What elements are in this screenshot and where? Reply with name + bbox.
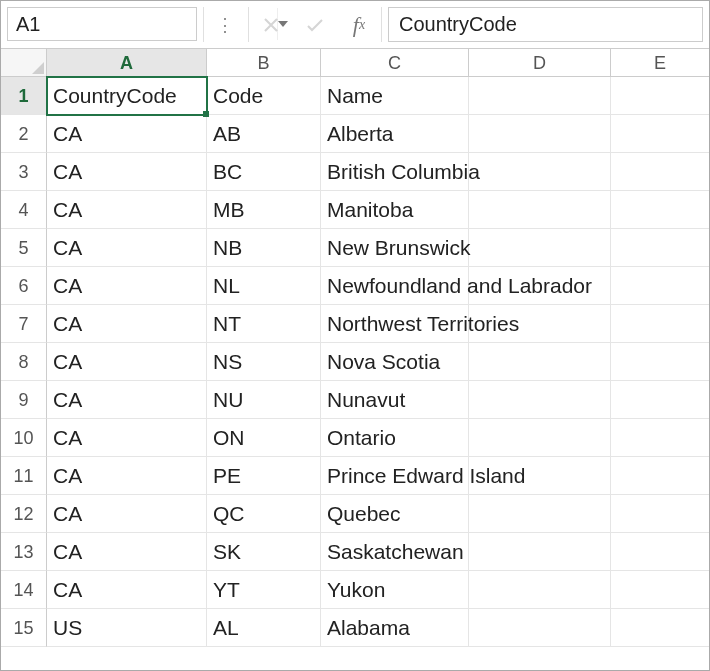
cell-B14[interactable]: YT bbox=[207, 571, 321, 609]
cell-C12[interactable]: Quebec bbox=[321, 495, 469, 533]
cell-E6[interactable] bbox=[611, 267, 709, 305]
cell-B9[interactable]: NU bbox=[207, 381, 321, 419]
row-header[interactable]: 4 bbox=[1, 191, 47, 229]
cell-D4[interactable] bbox=[469, 191, 611, 229]
cell-C15[interactable]: Alabama bbox=[321, 609, 469, 647]
cell-E7[interactable] bbox=[611, 305, 709, 343]
cell-B3[interactable]: BC bbox=[207, 153, 321, 191]
cell-A14[interactable]: CA bbox=[47, 571, 207, 609]
cell-E9[interactable] bbox=[611, 381, 709, 419]
cell-C2[interactable]: Alberta bbox=[321, 115, 469, 153]
cell-B12[interactable]: QC bbox=[207, 495, 321, 533]
cell-E5[interactable] bbox=[611, 229, 709, 267]
cell-E3[interactable] bbox=[611, 153, 709, 191]
cell-C3[interactable]: British Columbia bbox=[321, 153, 469, 191]
cell-E8[interactable] bbox=[611, 343, 709, 381]
cell-C11[interactable]: Prince Edward Island bbox=[321, 457, 469, 495]
row-header[interactable]: 2 bbox=[1, 115, 47, 153]
select-all-corner[interactable] bbox=[1, 49, 47, 77]
cell-D8[interactable] bbox=[469, 343, 611, 381]
row-header[interactable]: 15 bbox=[1, 609, 47, 647]
table-row: 11CAPEPrince Edward Island bbox=[1, 457, 709, 495]
cell-B7[interactable]: NT bbox=[207, 305, 321, 343]
cell-B11[interactable]: PE bbox=[207, 457, 321, 495]
cell-A3[interactable]: CA bbox=[47, 153, 207, 191]
cell-A13[interactable]: CA bbox=[47, 533, 207, 571]
cell-E4[interactable] bbox=[611, 191, 709, 229]
cell-D1[interactable] bbox=[469, 77, 611, 115]
row-header[interactable]: 10 bbox=[1, 419, 47, 457]
formula-input-wrap[interactable] bbox=[388, 7, 703, 42]
cell-B4[interactable]: MB bbox=[207, 191, 321, 229]
cell-C1[interactable]: Name bbox=[321, 77, 469, 115]
table-row: 1CountryCodeCodeName bbox=[1, 77, 709, 115]
cell-A15[interactable]: US bbox=[47, 609, 207, 647]
row-header[interactable]: 3 bbox=[1, 153, 47, 191]
cell-C8[interactable]: Nova Scotia bbox=[321, 343, 469, 381]
cell-B1[interactable]: Code bbox=[207, 77, 321, 115]
cell-B10[interactable]: ON bbox=[207, 419, 321, 457]
cell-A12[interactable]: CA bbox=[47, 495, 207, 533]
col-header-C[interactable]: C bbox=[321, 49, 469, 77]
cell-E10[interactable] bbox=[611, 419, 709, 457]
col-header-D[interactable]: D bbox=[469, 49, 611, 77]
cell-D15[interactable] bbox=[469, 609, 611, 647]
cell-A11[interactable]: CA bbox=[47, 457, 207, 495]
cell-E15[interactable] bbox=[611, 609, 709, 647]
cell-D13[interactable] bbox=[469, 533, 611, 571]
cell-C5[interactable]: New Brunswick bbox=[321, 229, 469, 267]
cell-D12[interactable] bbox=[469, 495, 611, 533]
cell-E13[interactable] bbox=[611, 533, 709, 571]
row-header[interactable]: 14 bbox=[1, 571, 47, 609]
cell-E14[interactable] bbox=[611, 571, 709, 609]
cell-B2[interactable]: AB bbox=[207, 115, 321, 153]
cell-A2[interactable]: CA bbox=[47, 115, 207, 153]
cell-C7[interactable]: Northwest Territories bbox=[321, 305, 469, 343]
cell-D5[interactable] bbox=[469, 229, 611, 267]
cell-B15[interactable]: AL bbox=[207, 609, 321, 647]
cell-B13[interactable]: SK bbox=[207, 533, 321, 571]
cell-A5[interactable]: CA bbox=[47, 229, 207, 267]
row-header[interactable]: 6 bbox=[1, 267, 47, 305]
cell-A10[interactable]: CA bbox=[47, 419, 207, 457]
row-header[interactable]: 11 bbox=[1, 457, 47, 495]
cell-C4[interactable]: Manitoba bbox=[321, 191, 469, 229]
cell-D3[interactable] bbox=[469, 153, 611, 191]
row-header[interactable]: 12 bbox=[1, 495, 47, 533]
col-header-A[interactable]: A bbox=[47, 49, 207, 77]
cell-D2[interactable] bbox=[469, 115, 611, 153]
cell-D14[interactable] bbox=[469, 571, 611, 609]
cell-B6[interactable]: NL bbox=[207, 267, 321, 305]
cell-A9[interactable]: CA bbox=[47, 381, 207, 419]
cell-D10[interactable] bbox=[469, 419, 611, 457]
col-header-E[interactable]: E bbox=[611, 49, 709, 77]
cell-A1[interactable]: CountryCode bbox=[47, 77, 207, 115]
cell-E11[interactable] bbox=[611, 457, 709, 495]
col-header-B[interactable]: B bbox=[207, 49, 321, 77]
cell-B5[interactable]: NB bbox=[207, 229, 321, 267]
cell-C14[interactable]: Yukon bbox=[321, 571, 469, 609]
cell-C6[interactable]: Newfoundland and Labrador bbox=[321, 267, 469, 305]
name-box[interactable] bbox=[7, 7, 197, 41]
cell-E12[interactable] bbox=[611, 495, 709, 533]
row-header[interactable]: 9 bbox=[1, 381, 47, 419]
cell-A7[interactable]: CA bbox=[47, 305, 207, 343]
formula-input[interactable] bbox=[389, 13, 702, 36]
row-header[interactable]: 7 bbox=[1, 305, 47, 343]
row-header[interactable]: 8 bbox=[1, 343, 47, 381]
cell-E1[interactable] bbox=[611, 77, 709, 115]
fx-icon[interactable]: fx bbox=[337, 1, 381, 48]
formula-bar-expand-icon[interactable]: ⋮ bbox=[204, 1, 248, 48]
cell-D9[interactable] bbox=[469, 381, 611, 419]
cell-C9[interactable]: Nunavut bbox=[321, 381, 469, 419]
row-header[interactable]: 1 bbox=[1, 77, 47, 115]
cell-A6[interactable]: CA bbox=[47, 267, 207, 305]
cell-A4[interactable]: CA bbox=[47, 191, 207, 229]
cell-A8[interactable]: CA bbox=[47, 343, 207, 381]
cell-B8[interactable]: NS bbox=[207, 343, 321, 381]
cell-E2[interactable] bbox=[611, 115, 709, 153]
cell-C13[interactable]: Saskatchewan bbox=[321, 533, 469, 571]
row-header[interactable]: 5 bbox=[1, 229, 47, 267]
cell-C10[interactable]: Ontario bbox=[321, 419, 469, 457]
row-header[interactable]: 13 bbox=[1, 533, 47, 571]
